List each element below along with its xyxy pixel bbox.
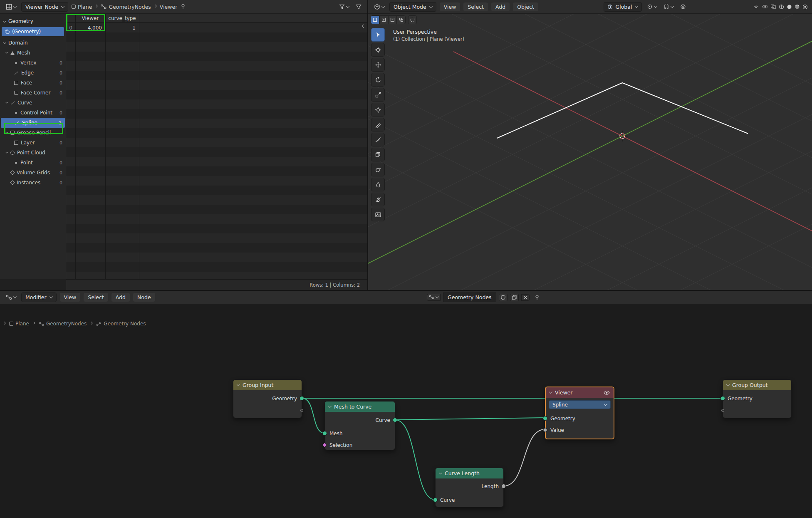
sidebar-item-layer[interactable]: Layer 0	[0, 138, 66, 148]
pin-icon[interactable]	[535, 295, 540, 300]
image-reference-tool[interactable]	[371, 208, 385, 221]
socket-virtual-output[interactable]	[300, 409, 303, 412]
node-mesh-to-curve[interactable]: Mesh to Curve Curve Mesh Selection	[324, 401, 395, 450]
socket-virtual-input[interactable]	[721, 409, 724, 412]
viewer-domain-dropdown[interactable]: Spline	[549, 400, 611, 409]
scale-tool[interactable]	[371, 88, 385, 102]
socket-geometry-input[interactable]	[543, 416, 547, 421]
sidebar-item-control-point[interactable]: Control Point 0	[0, 108, 66, 118]
select-mode-intersect-button[interactable]	[397, 15, 406, 24]
socket-mesh-input[interactable]	[322, 431, 327, 436]
viewer-node-dropdown[interactable]: Viewer Node	[21, 2, 68, 12]
add-cube-tool[interactable]	[371, 148, 385, 161]
breadcrumb-viewer[interactable]: Viewer	[160, 4, 178, 10]
breadcrumb-geometrynodes[interactable]: GeometryNodes	[101, 4, 151, 10]
annotate-tool[interactable]	[371, 118, 385, 131]
mode-dropdown[interactable]: Object Mode	[389, 2, 436, 12]
node-viewer-header[interactable]: Viewer	[546, 387, 614, 398]
editor-type-button[interactable]	[372, 3, 386, 11]
menu-object[interactable]: Object	[513, 2, 538, 11]
sidebar-item-grease-pencil[interactable]: Grease Pencil	[0, 128, 66, 138]
editor-type-button[interactable]	[4, 294, 18, 301]
measure-tool[interactable]	[371, 133, 385, 146]
node-editor-canvas[interactable]: Plane GeometryNodes Geometry Nodes	[0, 304, 812, 518]
sidebar-item-point[interactable]: Point 0	[0, 158, 66, 168]
shading-solid-icon[interactable]	[787, 4, 792, 10]
panel-expand-icon[interactable]	[3, 322, 6, 325]
socket-curve-input[interactable]	[433, 498, 438, 502]
socket-geometry-input[interactable]	[720, 396, 725, 401]
proportional-editing-button[interactable]	[678, 3, 688, 10]
socket-geometry-output[interactable]	[300, 396, 304, 401]
select-box-tool[interactable]	[371, 28, 385, 42]
snapping-button[interactable]	[662, 3, 675, 10]
sidebar-item-geometry-id[interactable]: (Geometry)	[2, 27, 64, 36]
menu-select[interactable]: Select	[84, 293, 108, 302]
sidebar-section-geometry[interactable]: Geometry	[0, 16, 66, 26]
show-overlays-icon[interactable]	[762, 4, 768, 9]
breadcrumb-geometrynodes[interactable]: GeometryNodes	[39, 321, 87, 327]
node-group-input-header[interactable]: Group Input	[233, 380, 302, 390]
fake-user-button[interactable]	[499, 294, 508, 301]
menu-add[interactable]: Add	[111, 293, 130, 302]
socket-curve-output[interactable]	[393, 418, 397, 422]
show-gizmo-icon[interactable]	[753, 4, 759, 9]
eye-icon[interactable]	[604, 391, 610, 395]
column-header-curve-type[interactable]: curve_type	[105, 14, 139, 22]
menu-select[interactable]: Select	[463, 2, 488, 11]
add-sphere-tool[interactable]	[371, 163, 385, 176]
new-copy-button[interactable]	[510, 294, 519, 301]
table-row[interactable]: 0 4.000 1	[66, 23, 367, 32]
menu-view[interactable]: View	[440, 2, 460, 11]
curve-object[interactable]	[497, 83, 748, 138]
node-curve-length-header[interactable]: Curve Length	[436, 468, 503, 478]
node-tree-name-field[interactable]: Geometry Nodes	[443, 292, 496, 302]
node-curve-length[interactable]: Curve Length Length Curve	[435, 468, 504, 507]
menu-add[interactable]: Add	[491, 2, 510, 11]
select-mode-extend-button[interactable]	[379, 15, 388, 24]
viewport-canvas[interactable]: User Perspective (1) Collection | Plane …	[368, 14, 812, 290]
sidebar-item-curve[interactable]: Curve	[0, 98, 66, 108]
rotate-tool[interactable]	[371, 73, 385, 87]
pin-icon[interactable]	[181, 4, 186, 10]
mask-tool[interactable]	[371, 193, 385, 206]
sidebar-item-face[interactable]: Face 0	[0, 78, 66, 88]
column-header-viewer[interactable]: Viewer	[75, 14, 105, 22]
sidebar-item-vertex[interactable]: Vertex 0	[0, 58, 66, 68]
node-mesh-to-curve-header[interactable]: Mesh to Curve	[325, 402, 395, 412]
select-mode-subtract-button[interactable]	[388, 15, 397, 24]
paint-tool[interactable]	[371, 178, 385, 191]
sidebar-item-point-cloud[interactable]: Point Cloud	[0, 148, 66, 158]
sidebar-item-spline[interactable]: Spline 1	[1, 118, 65, 128]
node-tree-type-dropdown[interactable]: Modifier	[21, 292, 57, 302]
toggle-xray-icon[interactable]	[770, 4, 776, 9]
filter-button[interactable]	[354, 3, 363, 10]
sidebar-section-domain[interactable]: Domain	[0, 38, 66, 48]
transform-pivot-button[interactable]	[645, 3, 659, 10]
menu-view[interactable]: View	[60, 293, 81, 302]
unlink-datablock-button[interactable]	[521, 294, 530, 301]
breadcrumb-geometry-nodes-tree[interactable]: Geometry Nodes	[96, 321, 146, 327]
sidebar-item-mesh[interactable]: Mesh	[0, 48, 66, 58]
sidebar-item-volume-grids[interactable]: Volume Grids 0	[0, 168, 66, 178]
move-tool[interactable]	[371, 58, 385, 72]
browse-node-tree-button[interactable]	[427, 294, 441, 301]
node-viewer[interactable]: Viewer Spline Geometry Value	[545, 387, 614, 439]
node-group-input[interactable]: Group Input Geometry	[233, 379, 302, 418]
editor-type-button[interactable]	[4, 3, 18, 11]
menu-node[interactable]: Node	[133, 293, 155, 302]
breadcrumb-plane[interactable]: Plane	[9, 321, 29, 327]
select-mode-set-button[interactable]	[371, 15, 379, 24]
filter-toggle-button[interactable]	[337, 3, 351, 10]
select-mode-invert-button[interactable]	[408, 15, 417, 24]
shading-rendered-icon[interactable]	[802, 4, 808, 10]
sidebar-item-edge[interactable]: Edge 0	[0, 68, 66, 78]
shading-material-icon[interactable]	[795, 4, 800, 10]
node-group-output[interactable]: Group Output Geometry	[723, 379, 792, 418]
transform-tool[interactable]	[371, 103, 385, 116]
shading-wireframe-icon[interactable]	[779, 4, 784, 10]
transform-orientation-dropdown[interactable]: Global	[604, 2, 642, 12]
breadcrumb-plane[interactable]: Plane	[72, 4, 92, 10]
cursor-tool[interactable]	[371, 43, 385, 57]
node-group-output-header[interactable]: Group Output	[723, 380, 791, 390]
